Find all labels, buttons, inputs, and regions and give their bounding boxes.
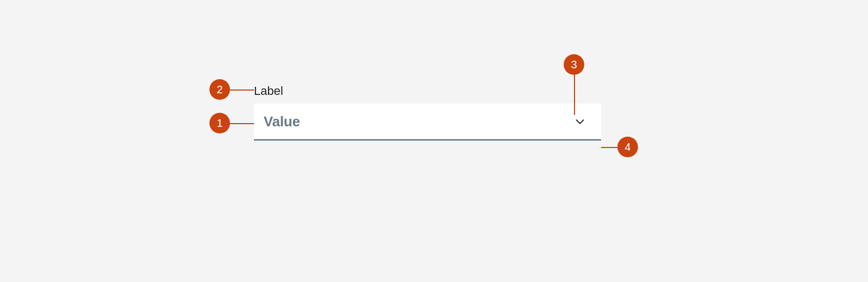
annotation-number: 4	[624, 142, 630, 152]
select-component: Label Value	[254, 84, 601, 140]
annotation-connector	[230, 89, 254, 91]
chevron-down-icon[interactable]	[574, 116, 586, 127]
diagram-stage: Label Value 1 2 3 4	[0, 0, 868, 282]
annotation-number: 1	[216, 118, 222, 129]
annotation-number: 3	[571, 59, 577, 70]
annotation-badge-4: 4	[617, 137, 638, 157]
annotation-connector	[601, 147, 617, 148]
annotation-badge-3: 3	[564, 54, 584, 75]
select-field[interactable]: Value	[254, 104, 601, 140]
annotation-number: 2	[216, 84, 222, 95]
annotation-connector	[230, 123, 254, 124]
annotation-connector	[574, 75, 575, 115]
annotation-badge-1: 1	[209, 113, 230, 133]
select-value: Value	[264, 113, 300, 130]
annotation-badge-2: 2	[209, 79, 230, 100]
select-label: Label	[254, 84, 601, 98]
